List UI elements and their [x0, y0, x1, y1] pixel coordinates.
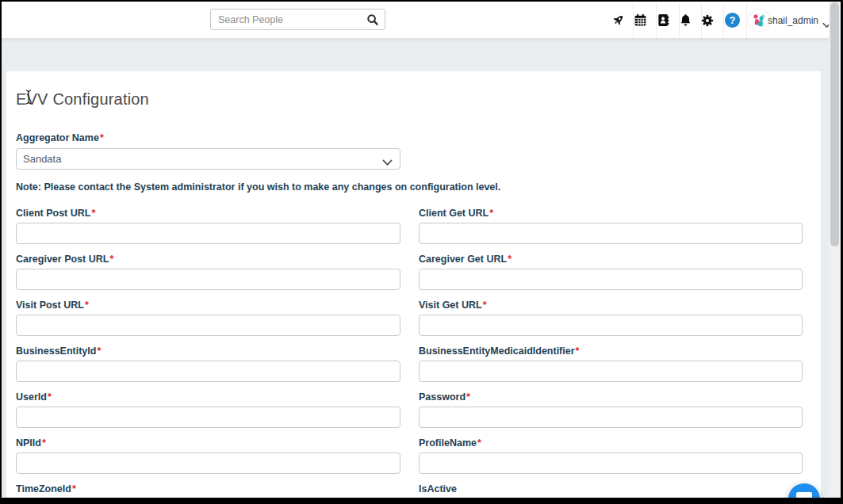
- caregiver-get-url-input[interactable]: [419, 269, 803, 290]
- businessentityid-input[interactable]: [16, 361, 400, 382]
- aggregator-select[interactable]: Sandata: [16, 148, 400, 170]
- evv-form-grid: Client Post URL*Client Get URL*Caregiver…: [16, 208, 811, 498]
- field-label-text: Visit Get URL: [419, 300, 482, 311]
- field-label-text: Password: [419, 391, 466, 403]
- required-asterisk: *: [109, 254, 113, 265]
- client-get-url-input[interactable]: [419, 223, 803, 244]
- field-caregiver-get-url: Caregiver Get URL*: [419, 254, 803, 290]
- required-asterisk: *: [100, 132, 104, 143]
- gear-icon[interactable]: [701, 14, 715, 28]
- field-label: BusinessEntityId*: [16, 346, 400, 357]
- required-asterisk: *: [42, 437, 46, 449]
- field-label: BusinessEntityMedicaidIdentifier*: [419, 346, 803, 357]
- field-password: Password*: [419, 391, 803, 428]
- evv-configuration-card: EVV Configuration Aggregator Name* Sanda…: [6, 71, 821, 498]
- field-label: TimeZoneId*: [16, 483, 400, 495]
- field-label-text: ProfileName: [419, 437, 477, 449]
- field-label-text: IsActive: [419, 483, 457, 494]
- field-label: ProfileName*: [419, 437, 803, 449]
- field-isactive: IsActive: [419, 483, 803, 498]
- required-asterisk: *: [97, 346, 101, 357]
- profilename-input[interactable]: [419, 452, 803, 474]
- required-asterisk: *: [508, 254, 512, 265]
- app-window: ? sha: [2, 2, 841, 498]
- required-asterisk: *: [466, 391, 470, 403]
- required-asterisk: *: [477, 437, 481, 449]
- visit-post-url-input[interactable]: [16, 315, 400, 336]
- divider: [746, 3, 747, 38]
- field-label: Client Get URL*: [419, 208, 803, 220]
- businessentitymedicaididentifier-input[interactable]: [419, 361, 803, 382]
- user-menu-label[interactable]: shail_admin: [768, 15, 818, 26]
- required-asterisk: *: [489, 208, 493, 219]
- required-asterisk: *: [483, 300, 487, 311]
- address-book-icon[interactable]: [657, 13, 670, 27]
- field-client-get-url: Client Get URL*: [419, 208, 803, 244]
- npiid-input[interactable]: [16, 452, 400, 474]
- field-client-post-url: Client Post URL*: [16, 208, 400, 244]
- field-label: Caregiver Get URL*: [419, 254, 803, 265]
- configuration-note: Note: Please contact the System administ…: [16, 181, 811, 193]
- avatar[interactable]: [749, 10, 770, 31]
- field-visit-post-url: Visit Post URL*: [16, 300, 400, 336]
- search-people-box: [210, 9, 385, 30]
- field-label: Password*: [419, 391, 803, 403]
- field-businessentityid: BusinessEntityId*: [16, 346, 400, 382]
- top-navigation-bar: ? sha: [2, 2, 841, 39]
- page-background: EVV Configuration Aggregator Name* Sanda…: [2, 39, 841, 498]
- field-label-text: UserId: [16, 391, 47, 403]
- field-label-text: Client Post URL: [16, 208, 90, 219]
- calendar-icon[interactable]: [634, 13, 647, 27]
- field-label: Caregiver Post URL*: [16, 254, 400, 265]
- field-label-text: Visit Post URL: [16, 300, 84, 311]
- vertical-scrollbar[interactable]: [829, 2, 841, 498]
- field-label: Visit Get URL*: [419, 300, 803, 311]
- aggregator-label: Aggregator Name*: [16, 132, 811, 144]
- required-asterisk: *: [576, 346, 580, 357]
- visit-get-url-input[interactable]: [419, 315, 803, 336]
- caregiver-post-url-input[interactable]: [16, 269, 400, 290]
- page-title: EVV Configuration: [16, 90, 811, 109]
- scrollbar-thumb[interactable]: [830, 2, 839, 246]
- rocket-icon[interactable]: [611, 13, 625, 27]
- divider: [723, 3, 724, 38]
- field-label: Visit Post URL*: [16, 300, 400, 311]
- bell-icon[interactable]: [679, 13, 692, 27]
- password-input[interactable]: [419, 407, 803, 428]
- required-asterisk: *: [85, 300, 89, 311]
- help-icon[interactable]: ?: [725, 13, 740, 28]
- search-icon[interactable]: [366, 13, 379, 29]
- required-asterisk: *: [72, 483, 76, 494]
- userid-input[interactable]: [16, 407, 400, 428]
- aggregator-field: Aggregator Name* Sandata: [16, 132, 811, 170]
- field-label-text: NPIId: [16, 437, 41, 449]
- field-npiid: NPIId*: [16, 437, 400, 474]
- field-profilename: ProfileName*: [419, 437, 803, 474]
- field-label-text: Caregiver Post URL: [16, 254, 109, 265]
- required-asterisk: *: [91, 208, 95, 219]
- field-label-text: Client Get URL: [419, 208, 489, 219]
- field-userid: UserId*: [16, 391, 400, 428]
- field-label-text: TimeZoneId: [16, 483, 71, 494]
- field-label-text: Caregiver Get URL: [419, 254, 507, 265]
- field-label: NPIId*: [16, 437, 400, 449]
- search-input[interactable]: [211, 10, 367, 29]
- required-asterisk: *: [48, 391, 52, 403]
- client-post-url-input[interactable]: [16, 223, 400, 244]
- field-label: IsActive: [419, 483, 803, 495]
- field-label: UserId*: [16, 391, 400, 403]
- field-label-text: BusinessEntityId: [16, 346, 96, 357]
- field-businessentitymedicaididentifier: BusinessEntityMedicaidIdentifier*: [419, 346, 803, 382]
- field-caregiver-post-url: Caregiver Post URL*: [16, 254, 400, 290]
- field-label-text: BusinessEntityMedicaidIdentifier: [419, 346, 575, 357]
- field-visit-get-url: Visit Get URL*: [419, 300, 803, 336]
- field-label: Client Post URL*: [16, 208, 400, 220]
- field-timezoneid: TimeZoneId*Please Select...: [16, 483, 400, 498]
